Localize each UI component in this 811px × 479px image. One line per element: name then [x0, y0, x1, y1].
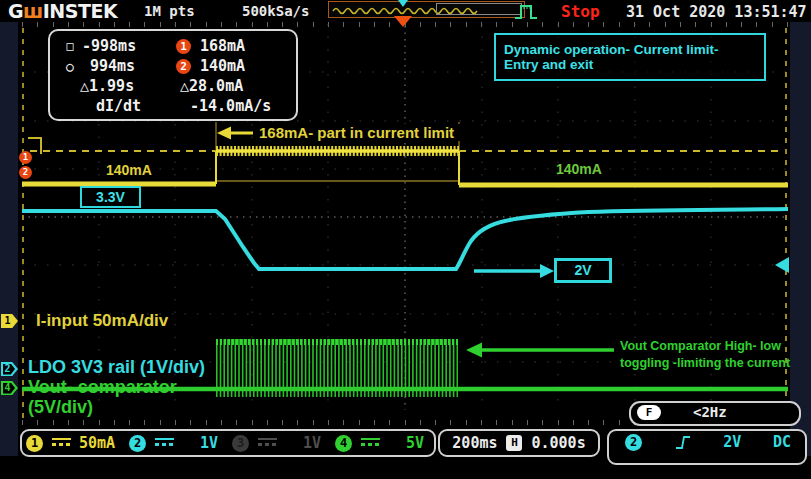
- cursor-row-2: ○ 994ms 2 140mA: [58, 56, 288, 76]
- timebase-status[interactable]: 200ms H 0.000s: [438, 429, 600, 457]
- comparator-note-line1: Vout Comparator High- low: [620, 338, 790, 355]
- channel1-status[interactable]: 1 50mA: [22, 434, 125, 452]
- cursor2-time: 994ms: [82, 57, 176, 75]
- channel2-scale: 1V: [174, 434, 228, 452]
- trigger-source-icon: 2: [625, 434, 642, 451]
- channel1-icon: 1: [26, 435, 43, 452]
- channel2-coupling-icon: [155, 438, 174, 448]
- oscilloscope-screen: GшINSTEK 1M pts 500kSa/s Stop 31 Oct 202…: [0, 0, 811, 479]
- cursor-row-1: □ -998ms 1 168mA: [58, 36, 288, 56]
- ch4-label-line1: Vout- comparator: [28, 377, 177, 398]
- ch1-label: I-input 50mA/div: [36, 311, 168, 331]
- delta-time: △1.99s: [58, 77, 176, 95]
- comparator-note-line2: toggling -limiting the current: [620, 355, 790, 372]
- channel-status-bar: 1 50mA 2 1V 3 1V 4 5V: [20, 429, 436, 457]
- horizontal-offset: 0.000s: [531, 434, 585, 452]
- rising-edge-icon: [674, 434, 692, 451]
- trigger-coupling: DC: [773, 433, 791, 451]
- channel4-coupling-icon: [361, 438, 380, 448]
- trigger-position-icon: [394, 16, 412, 27]
- cursor2-symbol: ○: [58, 59, 82, 74]
- channel3-coupling-icon: [258, 438, 277, 448]
- freq-f-icon: F: [637, 405, 661, 420]
- cursor2-marker-icon: 2: [176, 59, 191, 74]
- freq-indicator: F <2Hz: [629, 401, 801, 426]
- trigger-status[interactable]: 2 2V DC: [607, 429, 807, 465]
- annotation-rail-drop: 2V: [554, 258, 612, 283]
- channel2-status[interactable]: 2 1V: [125, 434, 228, 452]
- timebase-scale: 200ms: [452, 434, 497, 452]
- cursor1-time: -998ms: [82, 37, 176, 55]
- cursor1-marker-icon: 1: [176, 39, 191, 54]
- annotation-right-current: 140mA: [556, 161, 602, 177]
- annotation-rail-nominal: 3.3V: [80, 186, 141, 208]
- didt-value: -14.0mA/s: [176, 97, 288, 115]
- cursor1-screen-marker: 1: [19, 151, 32, 164]
- cursor-bracket-icon: [28, 137, 42, 154]
- memory-cursor-icon: [398, 0, 408, 7]
- annotation-left-current: 140mA: [106, 162, 152, 178]
- channel4-status[interactable]: 4 5V: [331, 434, 434, 452]
- channel3-status[interactable]: 3 1V: [228, 434, 331, 452]
- channel1-scale: 50mA: [71, 434, 125, 452]
- channel4-scale: 5V: [380, 434, 434, 452]
- delta-value: △28.0mA: [176, 77, 288, 95]
- trigger-level: 2V: [723, 433, 741, 451]
- channel2-icon: 2: [129, 435, 146, 452]
- cursor2-value: 140mA: [200, 57, 288, 75]
- channel3-scale: 1V: [277, 434, 331, 452]
- freq-readout: <2Hz: [693, 404, 727, 420]
- annotation-current-limit: 168mA- part in current limit: [253, 124, 460, 141]
- cursor1-symbol: □: [58, 39, 82, 53]
- horizontal-h-icon: H: [506, 435, 522, 451]
- channel4-icon: 4: [335, 435, 352, 452]
- annotation-comparator-note: Vout Comparator High- low toggling -limi…: [620, 338, 790, 372]
- trigger-status-row: 2 2V DC: [609, 431, 805, 451]
- annotation-title: Dynamic operation- Current limit- Entry …: [494, 33, 766, 81]
- ch4-label-line2: (5V/div): [28, 397, 93, 418]
- cursor1-value: 168mA: [200, 37, 288, 55]
- cursor-delta-row: △1.99s △28.0mA: [58, 76, 288, 96]
- cursor2-screen-marker: 2: [19, 166, 32, 179]
- ch2-label: LDO 3V3 rail (1V/div): [28, 357, 205, 378]
- cursor-measurement-panel: □ -998ms 1 168mA ○ 994ms 2 140mA △1.99s …: [48, 29, 298, 121]
- didt-label: dI/dt: [58, 97, 176, 115]
- channel3-icon: 3: [232, 435, 249, 452]
- channel1-coupling-icon: [52, 438, 71, 448]
- slope-row: dI/dt -14.0mA/s: [58, 96, 288, 116]
